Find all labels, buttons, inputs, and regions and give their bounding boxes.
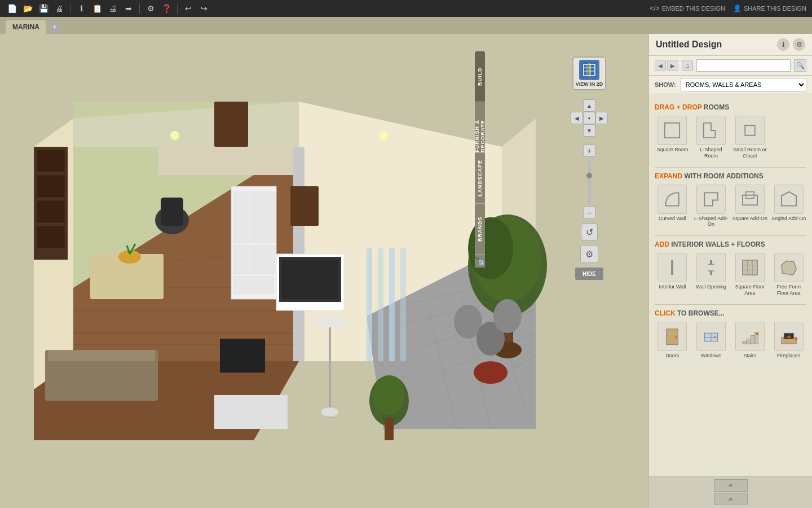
blueprint-icon (579, 60, 599, 80)
angled-addon-label: Angled Add-On (771, 216, 806, 222)
angled-addon-item[interactable]: Angled Add-On (771, 185, 806, 228)
browse-grid: Doors Windows (655, 322, 806, 359)
clipboard-icon[interactable]: 📋 (91, 2, 103, 15)
curved-wall-item[interactable]: Curved Wall (655, 185, 690, 228)
curved-wall-icon-box (657, 185, 687, 214)
search-input[interactable] (696, 59, 791, 72)
nav-right-button[interactable]: ▶ (595, 112, 608, 124)
fireplaces-item[interactable]: Fireplaces (771, 322, 806, 359)
right-panel: Untitled Design ℹ ⚙ ◀ ▶ ⌂ 🔍 SHOW: ROOMS,… (648, 34, 812, 508)
svg-rect-31 (234, 192, 254, 243)
zoom-out-button[interactable]: − (583, 207, 595, 219)
print-icon[interactable]: 🖨 (53, 2, 65, 15)
toolbar-right: </> EMBED THIS DESIGN 👤 SHARE THIS DESIG… (650, 5, 806, 12)
interior-wall-item[interactable]: Interior Wall (655, 253, 690, 296)
wall-opening-item[interactable]: Wall Opening (694, 253, 729, 296)
tab-marina[interactable]: MARINA (6, 20, 46, 34)
reset-view-button[interactable]: ↺ (581, 224, 598, 240)
square-room-item[interactable]: Square Room (655, 116, 690, 159)
wall-opening-icon-box (696, 253, 726, 282)
nav-up-button[interactable]: ▲ (583, 99, 595, 112)
save-icon[interactable]: 💾 (37, 2, 50, 15)
collapse-down-button[interactable]: » (714, 493, 748, 505)
export-icon[interactable]: ➡ (122, 2, 135, 15)
freeform-floor-icon-box (774, 253, 804, 282)
stairs-icon-box (735, 322, 765, 351)
canvas-area[interactable]: VIEW IN 2D ▲ ◀ ● ▶ ▼ + − ↺ ⚙ HIDE (0, 34, 648, 508)
zoom-in-button[interactable]: + (583, 144, 595, 157)
open-icon[interactable]: 📂 (21, 2, 34, 15)
info-icon[interactable]: ℹ (75, 2, 87, 15)
l-room-item[interactable]: L-Shaped Room (694, 116, 729, 159)
square-room-label: Square Room (657, 147, 689, 153)
wall-opening-label: Wall Opening (696, 284, 726, 290)
nav-arrows: ◀ ▶ (655, 60, 678, 71)
svg-rect-34 (255, 246, 275, 274)
section-interior: ADD INTERIOR WALLS + FLOORS (655, 240, 806, 248)
tab-build[interactable]: BUILD (475, 51, 485, 102)
svg-rect-64 (385, 418, 394, 440)
tab-furnish[interactable]: FURNISH & DECORATE (475, 102, 485, 152)
nav-down-button[interactable]: ▼ (583, 124, 595, 137)
collapse-up-button[interactable]: « (714, 479, 748, 492)
nav-left-button[interactable]: ◀ (571, 112, 583, 124)
stairs-item[interactable]: Stairs (732, 322, 768, 359)
tab-landscape[interactable]: LANDSCAPE (475, 152, 485, 203)
design-title: Untitled Design (656, 40, 722, 50)
svg-rect-35 (234, 277, 273, 294)
undo-icon[interactable]: ↩ (182, 2, 195, 15)
view-2d-button[interactable]: VIEW IN 2D (572, 56, 606, 90)
divider1 (655, 167, 806, 168)
svg-rect-43 (37, 226, 65, 248)
small-room-item[interactable]: Small Room or Closet (732, 116, 768, 159)
add-tab-button[interactable]: + (48, 20, 61, 33)
windows-item[interactable]: Windows (694, 322, 729, 359)
view-settings-button[interactable]: ⚙ (580, 245, 598, 263)
l-addon-item[interactable]: L-Shaped Add-On (694, 185, 729, 228)
share-button[interactable]: 👤 SHARE THIS DESIGN (733, 5, 806, 12)
square-addon-item[interactable]: Square Add-On (732, 185, 768, 228)
square-room-icon-box (657, 116, 687, 145)
svg-rect-45 (161, 198, 183, 226)
tab-search[interactable]: 🔍 (475, 254, 485, 268)
forward-button[interactable]: ▶ (667, 60, 678, 71)
redo-icon[interactable]: ↪ (198, 2, 210, 15)
freeform-floor-label: Free-Form Floor Area (771, 284, 806, 296)
freeform-floor-item[interactable]: Free-Form Floor Area (771, 253, 806, 296)
new-file-icon[interactable]: 📄 (6, 2, 18, 15)
square-floor-item[interactable]: Square Floor Area (732, 253, 768, 296)
svg-point-108 (795, 338, 797, 340)
room-view (0, 34, 648, 508)
show-dropdown[interactable]: ROOMS, WALLS & AREASFURNITUREALL (681, 78, 806, 91)
doors-item[interactable]: Doors (655, 322, 690, 359)
panel-settings-button[interactable]: ⚙ (793, 38, 805, 51)
zoom-track[interactable] (588, 159, 591, 204)
svg-rect-24 (367, 248, 372, 361)
navigation-controls: ▲ ◀ ● ▶ ▼ (570, 98, 609, 138)
divider3 (655, 304, 806, 305)
info-button[interactable]: ℹ (777, 38, 789, 51)
panel-content: DRAG + DROP ROOMS Square Room (649, 94, 812, 476)
svg-point-96 (675, 336, 677, 338)
panel-header-icons: ℹ ⚙ (777, 38, 805, 51)
toolbar: 📄 📂 💾 🖨 ℹ 📋 🖨 ➡ ⚙ ❓ ↩ ↪ </> EMBED THIS D… (0, 0, 812, 17)
hide-button[interactable]: HIDE (575, 268, 603, 280)
svg-rect-51 (48, 350, 155, 361)
svg-marker-94 (781, 261, 796, 275)
windows-label: Windows (701, 353, 722, 359)
back-button[interactable]: ◀ (655, 60, 666, 71)
svg-rect-28 (214, 102, 248, 147)
svg-rect-53 (220, 339, 265, 373)
settings-icon[interactable]: ⚙ (144, 2, 157, 15)
nav-center-button[interactable]: ● (583, 112, 595, 124)
small-room-label: Small Room or Closet (732, 147, 768, 159)
home-button[interactable]: ⌂ (682, 60, 693, 71)
doors-label: Doors (665, 353, 679, 359)
svg-rect-52 (214, 395, 288, 429)
embed-button[interactable]: </> EMBED THIS DESIGN (650, 5, 725, 12)
tab-brands[interactable]: BRANDS (475, 203, 485, 254)
help-icon[interactable]: ❓ (160, 2, 173, 15)
search-go-button[interactable]: 🔍 (794, 59, 806, 72)
divider2 (655, 235, 806, 236)
print2-icon[interactable]: 🖨 (107, 2, 119, 15)
